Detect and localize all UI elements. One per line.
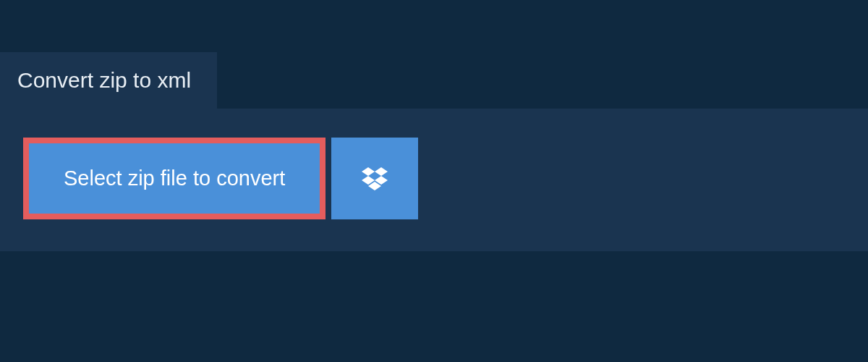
select-button-highlight: Select zip file to convert — [23, 138, 326, 219]
tab-bar: Convert zip to xml — [0, 0, 868, 109]
select-file-label: Select zip file to convert — [64, 167, 285, 190]
upload-panel: Select zip file to convert — [0, 109, 868, 251]
dropbox-icon — [362, 167, 388, 190]
select-file-button[interactable]: Select zip file to convert — [29, 143, 320, 214]
tab-title: Convert zip to xml — [17, 68, 191, 92]
tab-convert[interactable]: Convert zip to xml — [0, 52, 217, 109]
dropbox-button[interactable] — [331, 138, 418, 219]
